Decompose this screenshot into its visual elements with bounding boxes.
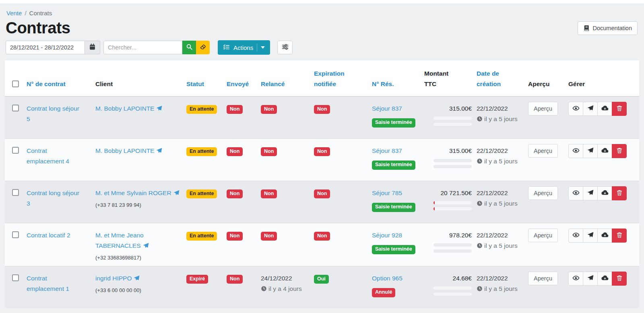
client-link[interactable]: M. Bobby LAPOINTE [95,105,162,112]
column-header[interactable]: N° de contrat [27,60,95,96]
reservation-link[interactable]: Séjour 837 [372,105,402,112]
expiration-badge: Non [314,105,330,114]
apercu-button[interactable]: Aperçu [528,144,558,158]
documentation-button[interactable]: Documentation [578,21,638,35]
view-button[interactable] [568,229,583,243]
breadcrumb-parent-link[interactable]: Vente [6,10,22,16]
apercu-button[interactable]: Aperçu [528,102,558,115]
column-header-label[interactable]: N° de contrat [27,79,66,89]
download-button[interactable] [597,144,612,158]
column-header[interactable]: Envoyé [227,60,261,96]
column-header[interactable]: Relancé [261,60,314,96]
apercu-button[interactable]: Aperçu [528,272,558,285]
view-button[interactable] [568,186,583,200]
view-button[interactable] [568,272,583,286]
column-settings-button[interactable] [277,41,293,54]
reservation-link[interactable]: Séjour 837 [372,147,402,154]
client-link[interactable]: M. et Mme Sylvain ROGER [95,189,180,196]
payment-progress-bar [433,123,472,126]
cloud-download-icon [601,105,609,113]
calendar-button[interactable] [85,41,100,54]
contract-link[interactable]: Contrat long séjour 3 [27,189,79,207]
send-button[interactable] [583,186,598,200]
column-header-label[interactable]: Relancé [261,79,285,89]
client-phone: (+32 33683698817) [95,254,182,262]
row-checkbox[interactable] [12,147,19,154]
column-header-label[interactable]: Statut [186,79,204,89]
sent-badge: Non [227,189,243,199]
relance-badge: Non [261,147,277,156]
column-header[interactable]: Date de création [477,60,528,96]
apercu-button[interactable]: Aperçu [528,186,558,200]
view-button[interactable] [568,144,583,158]
clear-search-button[interactable] [196,41,210,54]
client-link[interactable]: ingrid HIPPO [95,275,140,282]
contract-link[interactable]: Contrat emplacement 1 [27,275,69,292]
row-checkbox[interactable] [12,274,19,281]
column-header-label[interactable]: Envoyé [227,79,249,89]
sent-badge: Non [227,105,243,114]
creation-ago: il y a 5 jours [477,241,524,251]
column-header[interactable]: Statut [186,60,227,96]
contract-link[interactable]: Contrat locatif 2 [27,232,70,239]
download-button[interactable] [597,272,612,286]
clock-icon [477,158,483,164]
column-header[interactable]: N° Rés. [372,60,424,96]
column-header-label: Gérer [568,79,585,89]
expiration-badge: Non [314,189,330,199]
payment-progress-bar [433,201,472,204]
send-icon [156,148,162,155]
row-actions-group [568,102,627,116]
payment-progress-bar [433,165,472,168]
eye-icon [572,147,580,155]
column-header-label[interactable]: Expiration notifiée [314,68,351,90]
contracts-table: N° de contratClientStatutEnvoyéRelancéEx… [5,60,639,308]
amount-value: 24.68€ [424,273,472,284]
table-row: Contrat locatif 2M. et Mme Jeano TABERNA… [5,223,639,266]
column-header: Client [95,60,186,96]
row-checkbox[interactable] [12,231,19,238]
reservation-link[interactable]: Séjour 928 [372,232,402,239]
send-icon [134,276,140,282]
delete-button[interactable] [612,102,627,116]
relance-badge: Non [261,189,277,199]
reservation-link[interactable]: Séjour 785 [372,189,402,196]
calendar-icon [89,43,96,52]
send-button[interactable] [583,144,598,158]
apercu-button[interactable]: Aperçu [528,229,558,242]
search-button[interactable] [182,41,196,54]
search-input[interactable] [103,41,182,54]
client-link[interactable]: M. et Mme Jeano TABERNACLES [95,232,149,249]
send-button[interactable] [583,229,598,243]
send-button[interactable] [583,102,598,116]
row-checkbox[interactable] [12,105,19,111]
contract-link[interactable]: Contrat long séjour 5 [27,105,79,122]
view-button[interactable] [568,102,583,116]
delete-button[interactable] [612,229,627,243]
send-button[interactable] [583,272,598,286]
delete-button[interactable] [612,272,627,286]
clock-icon [477,243,483,249]
download-button[interactable] [597,102,612,116]
contract-link[interactable]: Contrat emplacement 4 [27,147,69,165]
download-button[interactable] [597,229,612,243]
column-header-label[interactable]: Date de création [477,68,502,90]
creation-ago: il y a 5 jours [477,156,524,167]
eye-icon [572,105,580,113]
delete-button[interactable] [612,144,627,158]
payment-progress-bar [433,249,472,253]
client-link[interactable]: M. Bobby LAPOINTE [95,147,162,154]
table-header-row: N° de contratClientStatutEnvoyéRelancéEx… [5,60,639,96]
date-range-input[interactable] [6,41,85,54]
amount-value: 315.00€ [424,103,472,114]
column-header-label[interactable]: N° Rés. [372,79,394,89]
select-all-checkbox[interactable] [12,80,19,87]
column-header[interactable]: Expiration notifiée [314,60,372,96]
payment-progress-bar [433,159,472,162]
table-row: Contrat emplacement 1ingrid HIPPO(+33 6 … [5,266,639,308]
reservation-link[interactable]: Option 965 [372,275,402,282]
row-checkbox[interactable] [12,189,19,196]
delete-button[interactable] [612,186,627,200]
actions-button[interactable]: Actions [218,40,270,55]
download-button[interactable] [597,186,612,200]
